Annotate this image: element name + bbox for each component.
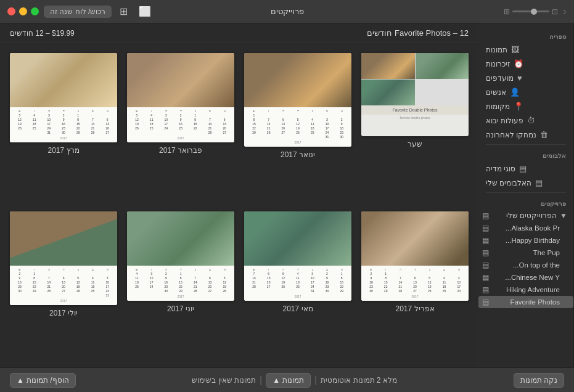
- project-icon: ▤: [482, 273, 489, 282]
- my-albums-icon: ▤: [535, 178, 543, 187]
- fullscreen-button[interactable]: [31, 7, 39, 15]
- calendar-grid: Favorite Double Photos favorite double p…: [0, 43, 478, 367]
- sidebar-library-label: ספריה: [478, 28, 573, 43]
- center-label: תמונות: [282, 376, 304, 385]
- sidebar: ספריה 🖼 תמונות ⏰ זיכרונות ♥ מועדפים 👤 אנ…: [478, 23, 574, 367]
- sidebar-item-label: Favorite Photos: [492, 298, 560, 306]
- minimize-button[interactable]: [19, 7, 27, 15]
- project-icon: ▤: [482, 236, 489, 245]
- sidebar-item-label: The Pup: [492, 249, 560, 256]
- list-item[interactable]: אבגדהוש 12345678910111213141516171819202…: [10, 53, 117, 199]
- cover-sublabel: favorite double photos: [361, 115, 469, 121]
- nav-forward-button[interactable]: ›: [563, 5, 567, 18]
- list-item[interactable]: אבגדהוש 12345678910111213141516171819202…: [10, 211, 117, 357]
- add-photos-button[interactable]: ▲ הוסף/ תמונות: [10, 373, 76, 388]
- clean-photos-button[interactable]: נקה תמונות: [514, 373, 564, 388]
- sidebar-item-label: Happy Birthday...: [492, 237, 560, 244]
- sidebar-item-label: Hiking Adventure: [492, 286, 560, 293]
- titlebar-right: ⊞ ⊡ ›: [504, 5, 567, 18]
- sidebar-albums-label: אלבומים: [478, 147, 573, 161]
- sidebar-item-my-albums[interactable]: ▤ האלבומים שלי: [478, 176, 573, 190]
- content-header: Favorite Photos – 12 חודשים $19.99 – 12 …: [0, 23, 478, 43]
- titlebar-title: פרוייקטים: [271, 7, 304, 16]
- places-icon: 📍: [514, 102, 523, 111]
- grid-view-button[interactable]: ⊞: [117, 4, 131, 18]
- slider-thumb[interactable]: [531, 9, 537, 15]
- sidebar-item-chinese-new[interactable]: Chinese New Y... ▤: [478, 271, 573, 284]
- titlebar-left: רכוש/ לוח שנה זה ⊞ ⬜: [7, 4, 154, 18]
- sidebar-projects-label: פרוייקטים: [478, 195, 573, 210]
- content-title: Favorite Photos – 12 חודשים: [367, 28, 469, 38]
- list-item[interactable]: אבגדהוש 12345678910111213141516171819202…: [244, 211, 351, 357]
- list-item[interactable]: אבגדהוש 12345678910111213141516171819202…: [244, 53, 351, 199]
- no-use-label: תמונות שאין בשימוש: [192, 376, 256, 385]
- bottom-right: נקה תמונות: [514, 373, 564, 388]
- photos-icon: 🖼: [511, 45, 519, 54]
- item-label: מרץ 2017: [47, 146, 79, 155]
- chevron-up-icon: ▲: [17, 376, 24, 385]
- sidebar-item-places[interactable]: 📍 מקומות: [478, 99, 573, 113]
- sidebar-item-alaska[interactable]: Alaska Book Pr... ▤: [478, 222, 573, 234]
- item-label: ינואר 2017: [281, 150, 315, 159]
- sidebar-item-label: נמחקו לאחרונה: [486, 131, 536, 139]
- smart-icon: ▤: [519, 164, 527, 173]
- item-label: פברואר 2017: [159, 146, 202, 155]
- favorites-icon: ♥: [517, 73, 522, 83]
- item-label: יוני 2017: [167, 304, 194, 313]
- sidebar-item-label: מועדפים: [486, 74, 514, 83]
- sidebar-item-photos[interactable]: 🖼 תמונות: [478, 43, 573, 57]
- list-item[interactable]: אבגדהוש 12345678910111213141516171819202…: [127, 53, 234, 199]
- center-label-button[interactable]: ▲ תמונות: [266, 373, 311, 388]
- main-layout: Favorite Photos – 12 חודשים $19.99 – 12 …: [0, 23, 574, 367]
- content-area: Favorite Photos – 12 חודשים $19.99 – 12 …: [0, 23, 478, 367]
- list-item[interactable]: אבגדהוש 12345678910111213141516171819202…: [361, 211, 469, 357]
- sidebar-item-recently-deleted[interactable]: 🗑 נמחקו לאחרונה: [478, 128, 573, 142]
- sidebar-item-happy-birthday[interactable]: Happy Birthday... ▤: [478, 234, 573, 247]
- sidebar-item-the-pup[interactable]: The Pup ▤: [478, 247, 573, 259]
- sidebar-item-people[interactable]: 👤 אנשים: [478, 85, 573, 99]
- fill-label: מלא 2 תמונות אוטומטית: [321, 376, 397, 385]
- zoom-slider[interactable]: ⊞ ⊡: [504, 7, 558, 16]
- my-projects-icon: ▼: [560, 211, 567, 220]
- traffic-lights: [7, 7, 39, 15]
- bottom-center: תמונות שאין בשימוש | ▲ תמונות | מלא 2 תמ…: [192, 373, 397, 388]
- sidebar-item-favorites[interactable]: ♥ מועדפים: [478, 71, 573, 85]
- chevron-up-icon: ▲: [273, 376, 280, 385]
- sidebar-item-label: מקומות: [486, 102, 510, 111]
- bottom-left: ▲ הוסף/ תמונות: [10, 373, 76, 388]
- item-label: אפריל 2017: [395, 304, 434, 313]
- sidebar-toggle-button[interactable]: ⬜: [136, 4, 154, 18]
- sidebar-item-on-top[interactable]: On top of the... ▤: [478, 259, 573, 271]
- deleted-icon: 🗑: [540, 130, 548, 139]
- content-price: $19.99 – 12 חודשים: [10, 29, 75, 38]
- slider-track[interactable]: [512, 10, 549, 12]
- sidebar-item-memories[interactable]: ⏰ זיכרונות: [478, 57, 573, 71]
- memories-icon: ⏰: [514, 59, 523, 68]
- sidebar-item-label: זיכרונות: [486, 60, 510, 68]
- sidebar-item-label: תמונות: [486, 46, 507, 54]
- item-label: יולי 2017: [49, 309, 78, 317]
- imported-icon: ⏱: [527, 116, 535, 125]
- project-icon: ▤: [482, 298, 489, 306]
- titlebar: רכוש/ לוח שנה זה ⊞ ⬜ פרוייקטים ⊞ ⊡ ›: [0, 0, 574, 23]
- add-photos-label: הוסף/ תמונות: [27, 376, 69, 385]
- sidebar-item-imported[interactable]: ⏱ פעולות יבוא: [478, 113, 573, 128]
- bottom-toolbar: ▲ הוסף/ תמונות תמונות שאין בשימוש | ▲ תמ…: [0, 367, 574, 392]
- sidebar-item-label: Alaska Book Pr...: [492, 224, 560, 232]
- sidebar-item-label: הפרוייקטים שלי: [492, 211, 557, 220]
- sidebar-item-label: אנשים: [486, 88, 506, 97]
- sidebar-item-label: סוגי מדיה: [486, 165, 515, 173]
- sidebar-item-my-projects[interactable]: ▼ הפרוייקטים שלי ▤: [478, 210, 573, 222]
- sidebar-item-hiking[interactable]: Hiking Adventure ▤: [478, 284, 573, 296]
- cover-text: Favorite Double Photos: [361, 105, 469, 115]
- sidebar-item-label: On top of the...: [492, 261, 560, 269]
- list-item[interactable]: אבגדהוש 12345678910111213141516171819202…: [127, 211, 234, 357]
- sidebar-item-favorite-photos[interactable]: Favorite Photos ▤: [478, 296, 573, 308]
- folder-icon: ▤: [482, 211, 489, 220]
- close-button[interactable]: [7, 7, 15, 15]
- sidebar-item-smart[interactable]: ▤ סוגי מדיה: [478, 161, 573, 176]
- back-button[interactable]: רכוש/ לוח שנה זה: [44, 6, 112, 18]
- project-icon: ▤: [482, 261, 489, 269]
- sidebar-item-label: Chinese New Y...: [492, 274, 560, 281]
- list-item[interactable]: Favorite Double Photos favorite double p…: [361, 53, 469, 199]
